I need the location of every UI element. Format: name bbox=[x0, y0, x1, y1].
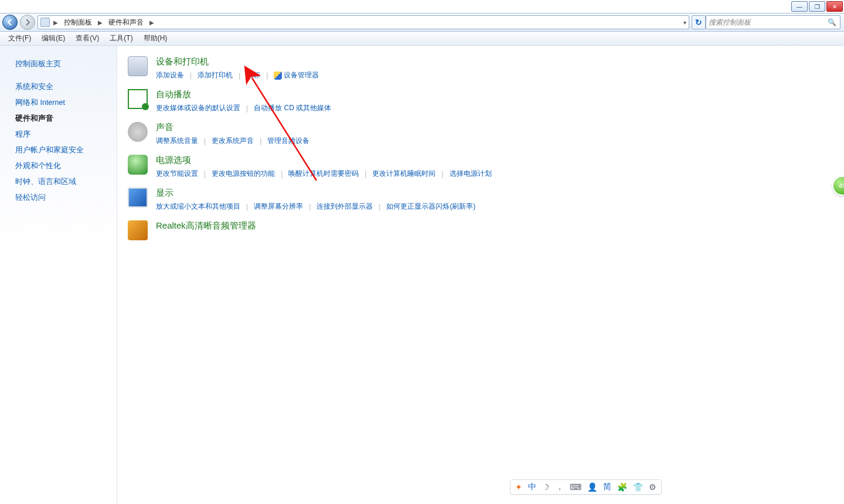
sidebar-item-programs[interactable]: 程序 bbox=[15, 127, 117, 142]
autoplay-icon bbox=[128, 89, 148, 109]
ime-skin-icon[interactable]: 👕 bbox=[633, 482, 643, 492]
main-content: 设备和打印机 添加设备 | 添加打印机 | 鼠标 | 设备管理器 自动播放 更改… bbox=[117, 46, 844, 504]
link-fix-flicker-refresh-rate[interactable]: 如何更正显示器闪烁(刷新率) bbox=[386, 201, 475, 212]
ime-puzzle-icon[interactable]: 🧩 bbox=[617, 482, 627, 492]
link-adjust-volume[interactable]: 调整系统音量 bbox=[156, 135, 198, 147]
window-controls: — ❐ ✕ bbox=[790, 0, 844, 13]
minimize-button[interactable]: — bbox=[791, 1, 808, 12]
link-change-sleep-time[interactable]: 更改计算机睡眠时间 bbox=[372, 168, 435, 179]
link-connect-external-display[interactable]: 连接到外部显示器 bbox=[316, 201, 373, 212]
search-placeholder: 搜索控制面板 bbox=[709, 18, 751, 28]
maximize-button[interactable]: ❐ bbox=[809, 1, 825, 12]
category-display: 显示 放大或缩小文本和其他项目 | 调整屏幕分辨率 | 连接到外部显示器 | 如… bbox=[128, 188, 833, 212]
monitor-icon bbox=[128, 188, 148, 207]
menu-bar: 文件(F) 编辑(E) 查看(V) 工具(T) 帮助(H) bbox=[0, 32, 844, 46]
link-text-size[interactable]: 放大或缩小文本和其他项目 bbox=[156, 201, 240, 212]
sidebar-item-clock-language[interactable]: 时钟、语言和区域 bbox=[15, 174, 117, 190]
ime-keyboard-icon[interactable]: ⌨ bbox=[570, 482, 581, 492]
category-realtek-audio: Realtek高清晰音频管理器 bbox=[128, 220, 833, 240]
link-mouse[interactable]: 鼠标 bbox=[246, 70, 260, 81]
link-change-power-saving[interactable]: 更改节能设置 bbox=[156, 168, 198, 179]
category-devices-printers: 设备和打印机 添加设备 | 添加打印机 | 鼠标 | 设备管理器 bbox=[128, 56, 833, 81]
link-screen-resolution[interactable]: 调整屏幕分辨率 bbox=[254, 201, 303, 212]
breadcrumb-bar[interactable]: ▶ 控制面板 ▶ 硬件和声音 ▶ ▾ bbox=[38, 15, 689, 29]
link-device-manager[interactable]: 设备管理器 bbox=[284, 70, 319, 81]
ime-logo-icon[interactable]: ✦ bbox=[515, 482, 522, 492]
link-add-printer[interactable]: 添加打印机 bbox=[198, 70, 233, 81]
link-separator: | bbox=[198, 170, 212, 178]
refresh-button[interactable]: ↻ bbox=[692, 15, 706, 29]
category-title[interactable]: 设备和打印机 bbox=[156, 56, 833, 67]
chevron-right-icon: ▶ bbox=[97, 19, 104, 26]
link-separator: | bbox=[303, 203, 316, 211]
chevron-right-icon: ▶ bbox=[148, 19, 155, 26]
category-autoplay: 自动播放 更改媒体或设备的默认设置 | 自动播放 CD 或其他媒体 bbox=[128, 89, 833, 114]
category-title[interactable]: 声音 bbox=[156, 122, 833, 133]
sidebar-item-appearance[interactable]: 外观和个性化 bbox=[15, 158, 117, 174]
link-separator: | bbox=[240, 203, 254, 211]
address-toolbar: ▶ 控制面板 ▶ 硬件和声音 ▶ ▾ ↻ 搜索控制面板 🔍 bbox=[0, 13, 844, 32]
sidebar-item-hardware-sound[interactable]: 硬件和声音 bbox=[15, 111, 117, 127]
dropdown-chevron-icon[interactable]: ▾ bbox=[683, 19, 686, 26]
link-separator: | bbox=[240, 104, 254, 113]
nav-back-button[interactable] bbox=[2, 15, 18, 30]
link-separator: | bbox=[184, 71, 198, 80]
menu-view[interactable]: 查看(V) bbox=[72, 32, 103, 45]
menu-help[interactable]: 帮助(H) bbox=[140, 32, 171, 45]
sidebar: 控制面板主页 系统和安全 网络和 Internet 硬件和声音 程序 用户帐户和… bbox=[0, 46, 117, 504]
link-separator: | bbox=[359, 170, 372, 178]
breadcrumb-current[interactable]: 硬件和声音 bbox=[106, 16, 146, 29]
breadcrumb-root[interactable]: 控制面板 bbox=[62, 16, 94, 29]
sidebar-home[interactable]: 控制面板主页 bbox=[15, 56, 117, 72]
ime-jian-indicator[interactable]: 简 bbox=[603, 482, 611, 492]
sidebar-item-system-security[interactable]: 系统和安全 bbox=[15, 79, 117, 95]
arrow-left-icon bbox=[6, 19, 13, 26]
close-button[interactable]: ✕ bbox=[826, 1, 843, 12]
ime-person-icon[interactable]: 👤 bbox=[587, 482, 597, 492]
battery-icon bbox=[128, 155, 148, 175]
menu-edit[interactable]: 编辑(E) bbox=[38, 32, 69, 45]
arrow-right-icon bbox=[24, 19, 31, 26]
sidebar-item-ease-of-access[interactable]: 轻松访问 bbox=[15, 190, 117, 206]
ime-tray: ✦ 中 ☽ ， ⌨ 👤 简 🧩 👕 ⚙ bbox=[510, 479, 662, 495]
sidebar-item-user-accounts[interactable]: 用户帐户和家庭安全 bbox=[15, 142, 117, 158]
link-separator: | bbox=[260, 71, 274, 80]
realtek-icon bbox=[128, 220, 148, 240]
link-autoplay-cd[interactable]: 自动播放 CD 或其他媒体 bbox=[254, 103, 331, 114]
printer-icon bbox=[128, 56, 148, 76]
link-change-system-sounds[interactable]: 更改系统声音 bbox=[212, 135, 254, 147]
link-change-media-defaults[interactable]: 更改媒体或设备的默认设置 bbox=[156, 103, 240, 114]
link-separator: | bbox=[373, 203, 386, 211]
control-panel-icon bbox=[40, 18, 50, 27]
category-title[interactable]: 自动播放 bbox=[156, 89, 833, 100]
menu-file[interactable]: 文件(F) bbox=[5, 32, 35, 45]
sidebar-item-network-internet[interactable]: 网络和 Internet bbox=[15, 95, 117, 111]
category-power-options: 电源选项 更改节能设置 | 更改电源按钮的功能 | 唤醒计算机时需要密码 | 更… bbox=[128, 155, 833, 179]
ime-punct-indicator[interactable]: ， bbox=[556, 482, 564, 492]
ime-moon-icon[interactable]: ☽ bbox=[542, 482, 550, 492]
category-title[interactable]: 电源选项 bbox=[156, 155, 833, 166]
chevron-right-icon: ▶ bbox=[52, 19, 59, 26]
link-separator: | bbox=[233, 71, 246, 80]
ime-settings-icon[interactable]: ⚙ bbox=[649, 482, 656, 492]
category-sound: 声音 调整系统音量 | 更改系统声音 | 管理音频设备 bbox=[128, 122, 833, 147]
link-choose-power-plan[interactable]: 选择电源计划 bbox=[450, 168, 492, 179]
link-separator: | bbox=[435, 170, 449, 178]
category-title[interactable]: 显示 bbox=[156, 188, 833, 199]
speaker-icon bbox=[128, 122, 148, 142]
search-input[interactable]: 搜索控制面板 🔍 bbox=[706, 15, 840, 29]
link-separator: | bbox=[198, 137, 212, 145]
category-title[interactable]: Realtek高清晰音频管理器 bbox=[156, 220, 833, 231]
link-separator: | bbox=[275, 170, 288, 178]
link-power-button-action[interactable]: 更改电源按钮的功能 bbox=[212, 168, 275, 179]
ime-cn-indicator[interactable]: 中 bbox=[528, 482, 536, 492]
nav-forward-button[interactable] bbox=[20, 15, 35, 30]
link-require-password-on-wake[interactable]: 唤醒计算机时需要密码 bbox=[288, 168, 359, 179]
link-separator: | bbox=[254, 137, 267, 145]
link-add-device[interactable]: 添加设备 bbox=[156, 70, 184, 81]
link-manage-audio-devices[interactable]: 管理音频设备 bbox=[267, 135, 309, 147]
uac-shield-icon bbox=[274, 71, 282, 80]
menu-tools[interactable]: 工具(T) bbox=[106, 32, 136, 45]
search-icon[interactable]: 🔍 bbox=[828, 18, 836, 26]
